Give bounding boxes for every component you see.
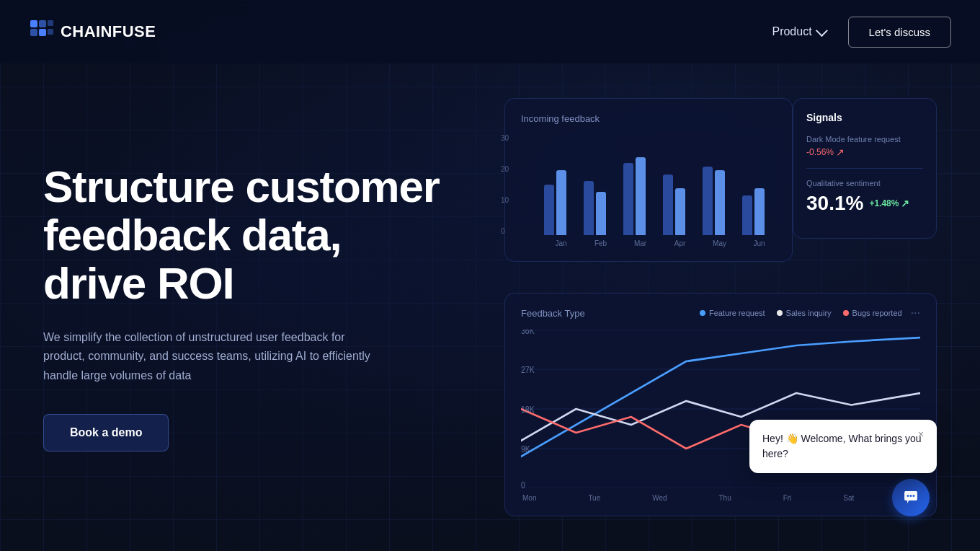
chat-bubble-button[interactable] xyxy=(892,479,930,516)
bar-jan-light xyxy=(556,170,566,235)
sentiment-label: Qualitative sentiment xyxy=(806,179,923,188)
trend-up-icon: ↗ xyxy=(836,146,845,158)
logo[interactable]: CHAINFUSE xyxy=(29,19,156,45)
bar-jun-dark xyxy=(742,195,752,235)
chart-legend: Feature request Sales inquiry Bugs repor… xyxy=(700,309,902,317)
hero-heading: Structure customer feedback data, drive … xyxy=(43,163,461,308)
sentiment-signal: Qualitative sentiment 30.1% +1.48% ↗ xyxy=(806,179,923,215)
svg-text:9K: 9K xyxy=(521,445,530,454)
bar-jun-light xyxy=(754,188,765,235)
legend-bugs-reported: Bugs reported xyxy=(843,309,902,317)
bar-group-mar xyxy=(623,157,657,235)
legend-dot-feature xyxy=(700,310,705,316)
bar-apr-dark xyxy=(663,175,673,235)
chat-popup: × Hey! 👋 Welcome, What brings you here? xyxy=(749,420,937,473)
more-options-button[interactable]: ··· xyxy=(911,307,920,319)
x-axis-line-labels: Mon Tue Wed Thu Fri Sat Sun xyxy=(521,494,920,502)
svg-text:0: 0 xyxy=(521,480,525,488)
bar-feb-dark xyxy=(584,181,594,235)
incoming-feedback-title: Incoming feedback xyxy=(521,113,776,124)
feedback-type-card: Feedback Type Feature request Sales inqu… xyxy=(504,293,937,516)
sentiment-change: +1.48% ↗ xyxy=(869,198,909,209)
dark-mode-signal: Dark Mode feature request -0.56% ↗ xyxy=(806,135,923,158)
bar-jan-dark xyxy=(544,185,554,235)
product-label: Product xyxy=(772,25,811,38)
bar-group-jun xyxy=(742,188,776,235)
sentiment-value: 30.1% +1.48% ↗ xyxy=(806,192,923,215)
incoming-feedback-card: Incoming feedback 0 10 20 30 xyxy=(504,98,793,262)
logo-icon xyxy=(29,19,55,45)
bar-group-jan xyxy=(544,170,578,235)
dark-mode-label: Dark Mode feature request xyxy=(806,135,923,144)
bar-chart-inner xyxy=(544,134,776,235)
svg-text:27K: 27K xyxy=(521,366,535,375)
dark-mode-value: -0.56% ↗ xyxy=(806,146,923,158)
chat-close-button[interactable]: × xyxy=(914,427,928,441)
trend-up-icon2: ↗ xyxy=(901,198,909,209)
svg-point-19 xyxy=(913,495,915,497)
svg-text:36K: 36K xyxy=(521,330,535,335)
bar-feb-light xyxy=(596,192,606,235)
svg-rect-2 xyxy=(30,29,37,36)
logo-text: CHAINFUSE xyxy=(61,22,156,41)
signals-title: Signals xyxy=(806,112,923,123)
x-axis-labels: Jan Feb Mar Apr May Jun xyxy=(544,239,776,247)
heading-line2: feedback data, xyxy=(43,210,341,260)
svg-rect-3 xyxy=(39,29,46,36)
chevron-down-icon xyxy=(816,25,828,37)
svg-rect-1 xyxy=(39,20,46,27)
y-axis-labels: 0 10 20 30 xyxy=(501,134,509,235)
bar-may-dark xyxy=(703,167,713,235)
legend-feature-request: Feature request xyxy=(700,309,765,317)
dashboard: Incoming feedback 0 10 20 30 xyxy=(504,98,937,516)
chat-bubble-icon xyxy=(902,489,919,506)
heading-line3: drive ROI xyxy=(43,258,233,308)
svg-rect-5 xyxy=(48,29,53,35)
hero-section: Structure customer feedback data, drive … xyxy=(43,163,461,451)
navbar: CHAINFUSE Product Let's discuss xyxy=(0,0,980,63)
main-content: Structure customer feedback data, drive … xyxy=(0,63,980,551)
signals-card: Signals Dark Mode feature request -0.56%… xyxy=(793,98,937,239)
svg-rect-0 xyxy=(30,20,37,27)
svg-text:18K: 18K xyxy=(521,405,535,415)
dark-mode-change: -0.56% ↗ xyxy=(806,146,845,158)
legend-dot-bugs xyxy=(843,310,849,316)
bar-mar-dark xyxy=(623,163,633,235)
svg-point-18 xyxy=(910,495,912,497)
lets-discuss-button[interactable]: Let's discuss xyxy=(848,17,951,48)
bar-apr-light xyxy=(675,188,685,235)
product-menu[interactable]: Product xyxy=(772,25,824,38)
divider xyxy=(806,168,923,169)
bar-group-feb xyxy=(584,181,618,235)
legend-dot-sales xyxy=(777,310,783,316)
hero-subtext: We simplify the collection of unstructur… xyxy=(43,328,389,385)
chat-message: Hey! 👋 Welcome, What brings you here? xyxy=(762,431,924,462)
feedback-type-header: Feedback Type Feature request Sales inqu… xyxy=(521,307,920,319)
bar-group-apr xyxy=(663,175,697,235)
bar-chart: 0 10 20 30 xyxy=(521,134,776,250)
feedback-type-title: Feedback Type xyxy=(521,308,585,319)
svg-point-17 xyxy=(907,495,909,497)
heading-line1: Structure customer xyxy=(43,162,440,211)
bar-mar-light xyxy=(636,157,646,235)
bar-group-may xyxy=(703,167,736,235)
svg-rect-4 xyxy=(48,20,53,26)
bar-may-light xyxy=(715,170,725,235)
nav-right: Product Let's discuss xyxy=(772,17,951,48)
book-demo-button[interactable]: Book a demo xyxy=(43,414,169,451)
legend-sales-inquiry: Sales inquiry xyxy=(777,309,832,317)
